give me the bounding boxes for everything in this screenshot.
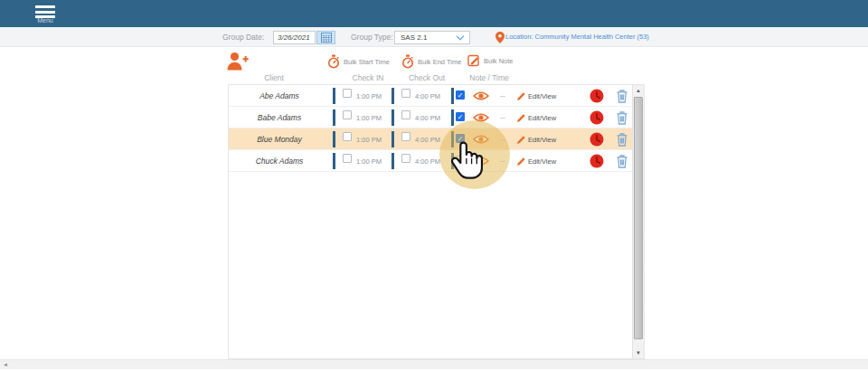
client-name: Chuck Adams [229, 150, 330, 172]
stopwatch-icon [401, 54, 414, 69]
check-in-time: 1:00 PM [354, 128, 384, 150]
bulk-note-button[interactable]: Bulk Note [467, 54, 514, 67]
chevron-down-icon [456, 35, 465, 41]
clock-icon[interactable] [590, 89, 604, 103]
location-text: Location: Community Mental Health Center… [505, 27, 649, 47]
table-row: Chuck Adams 1:00 PM 4:00 PM -- Edit/View [229, 150, 633, 172]
note-value: -- [495, 150, 510, 172]
toolbar: Group Date: 3/26/2021 Group Type: SAS 2.… [0, 27, 868, 47]
column-header-check-out: Check Out [391, 73, 463, 82]
group-date-input[interactable]: 3/26/2021 [273, 31, 316, 44]
check-in-checkbox[interactable] [343, 89, 352, 98]
group-type-select[interactable]: SAS 2.1 [394, 31, 470, 44]
trash-icon[interactable] [616, 154, 628, 168]
stopwatch-icon [327, 54, 340, 69]
check-out-checkbox[interactable] [401, 110, 410, 119]
pencil-icon [516, 91, 526, 101]
client-name: Blue Monday [229, 128, 330, 150]
check-in-time: 1:00 PM [354, 107, 384, 128]
check-out-time: 4:00 PM [412, 85, 443, 107]
check-in-checkbox[interactable] [343, 132, 352, 141]
horizontal-scrollbar[interactable]: ◄ [0, 359, 868, 369]
note-checkbox[interactable]: ✓ [456, 134, 465, 143]
note-checkbox[interactable] [456, 156, 465, 165]
check-out-checkbox[interactable] [401, 89, 410, 98]
edit-view-link[interactable]: Edit/View [528, 85, 556, 107]
eye-icon[interactable] [473, 156, 489, 166]
trash-icon[interactable] [616, 89, 628, 103]
vertical-scrollbar[interactable]: ▲ ▼ [632, 85, 644, 358]
check-in-time: 1:00 PM [354, 150, 384, 172]
eye-icon[interactable] [473, 90, 489, 101]
note-value: -- [495, 107, 510, 128]
clock-icon[interactable] [590, 132, 604, 147]
eye-icon[interactable] [473, 134, 489, 145]
column-divider [451, 109, 454, 126]
table-row: Blue Monday 1:00 PM 4:00 PM ✓ -- Edit/Vi… [229, 128, 633, 150]
column-header-note-time: Note / Time [453, 73, 525, 82]
note-value: -- [495, 85, 510, 107]
clock-icon[interactable] [590, 110, 604, 125]
bulk-note-label: Bulk Note [484, 57, 514, 65]
note-checkbox[interactable]: ✓ [456, 112, 465, 121]
column-divider [451, 131, 454, 147]
group-type-value: SAS 2.1 [401, 33, 427, 42]
pencil-icon [516, 135, 526, 145]
group-date-label: Group Date: [222, 27, 264, 47]
column-divider [333, 131, 335, 147]
column-header-client: Client [238, 73, 310, 82]
edit-view-link[interactable]: Edit/View [528, 128, 556, 150]
note-value: -- [495, 128, 510, 150]
clock-icon[interactable] [590, 154, 604, 168]
menu-label: Menu [33, 17, 58, 24]
check-out-time: 4:00 PM [412, 107, 443, 128]
column-divider [451, 153, 454, 169]
column-divider [392, 131, 394, 147]
column-divider [333, 109, 335, 126]
column-divider [392, 109, 394, 126]
trash-icon[interactable] [616, 110, 628, 125]
group-type-label: Group Type: [351, 27, 393, 47]
column-divider [392, 153, 394, 169]
table-row: Abe Adams 1:00 PM 4:00 PM ✓ -- Edit/View [229, 85, 633, 107]
calendar-button[interactable] [316, 31, 335, 44]
check-out-checkbox[interactable] [401, 132, 410, 141]
bulk-actions-row: Bulk Start Time Bulk End Time Bulk Note [0, 47, 868, 74]
scroll-up-icon[interactable]: ▲ [633, 85, 644, 96]
calendar-icon [321, 33, 332, 43]
trash-icon[interactable] [616, 132, 628, 147]
check-in-checkbox[interactable] [343, 154, 352, 163]
note-checkbox[interactable]: ✓ [456, 90, 465, 100]
check-out-time: 4:00 PM [412, 150, 443, 172]
scrollbar-thumb[interactable] [634, 97, 643, 339]
check-in-time: 1:00 PM [354, 85, 384, 107]
scroll-left-icon[interactable]: ◄ [3, 360, 8, 370]
bulk-end-time-label: Bulk End Time [418, 58, 461, 66]
pencil-icon [516, 157, 526, 166]
bulk-start-time-label: Bulk Start Time [344, 58, 390, 66]
column-divider [333, 88, 335, 104]
pencil-icon [516, 113, 526, 123]
location-pin-icon [495, 32, 505, 43]
column-divider [451, 88, 454, 104]
table-row: Babe Adams 1:00 PM 4:00 PM ✓ -- Edit/Vie… [229, 107, 633, 128]
check-out-checkbox[interactable] [401, 154, 410, 163]
column-divider [333, 153, 335, 169]
menu-icon[interactable] [35, 5, 55, 17]
add-client-icon[interactable] [225, 51, 249, 72]
eye-icon[interactable] [473, 112, 489, 123]
check-in-checkbox[interactable] [343, 110, 352, 119]
edit-view-link[interactable]: Edit/View [528, 150, 556, 172]
edit-view-link[interactable]: Edit/View [528, 107, 556, 128]
client-name: Babe Adams [229, 107, 330, 128]
client-name: Abe Adams [229, 85, 330, 107]
app-header: Menu [0, 0, 868, 27]
bulk-end-time-button[interactable]: Bulk End Time [401, 54, 461, 69]
column-divider [392, 88, 394, 104]
check-out-time: 4:00 PM [412, 128, 443, 150]
scroll-down-icon[interactable]: ▼ [633, 347, 644, 358]
note-icon [467, 54, 480, 67]
bulk-start-time-button[interactable]: Bulk Start Time [327, 54, 390, 69]
client-table: Abe Adams 1:00 PM 4:00 PM ✓ -- Edit/View… [228, 84, 645, 359]
